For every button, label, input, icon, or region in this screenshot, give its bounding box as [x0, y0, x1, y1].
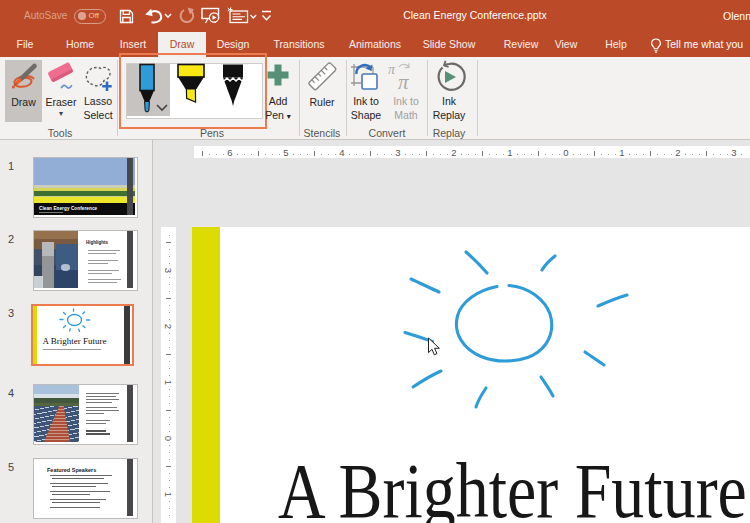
- svg-text:π: π: [388, 62, 396, 77]
- svg-text:π: π: [398, 70, 409, 94]
